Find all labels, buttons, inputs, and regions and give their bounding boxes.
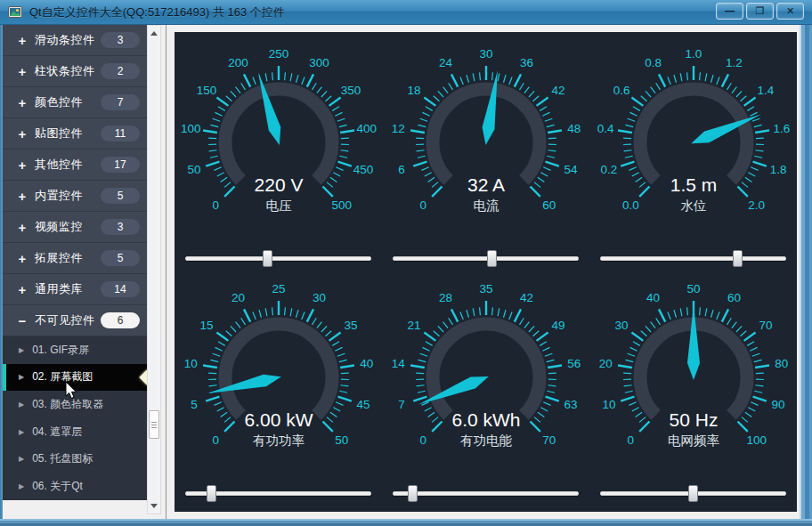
tick-label: 10 bbox=[602, 398, 615, 411]
major-tick bbox=[424, 97, 435, 105]
minor-tick bbox=[480, 307, 481, 315]
minor-tick bbox=[443, 322, 449, 328]
minor-tick bbox=[218, 107, 225, 111]
minor-tick bbox=[687, 72, 688, 80]
major-tick bbox=[216, 97, 228, 105]
sidebar-group-10[interactable]: −不可见控件6 bbox=[3, 305, 147, 336]
minor-tick bbox=[625, 360, 633, 361]
minor-tick bbox=[756, 373, 764, 374]
gauge-slider-6[interactable] bbox=[600, 485, 786, 502]
minor-tick bbox=[751, 167, 758, 171]
sidebar-group-2[interactable]: +柱状条控件2 bbox=[3, 56, 147, 87]
gauge-slider-2[interactable] bbox=[393, 250, 579, 267]
sidebar-subitem-3[interactable]: ▶03. 颜色拾取器 bbox=[3, 391, 147, 418]
sidebar-group-8[interactable]: +拓展控件5 bbox=[3, 243, 147, 274]
minor-tick bbox=[333, 173, 340, 176]
minor-tick bbox=[752, 353, 759, 356]
slider-track[interactable] bbox=[393, 491, 579, 496]
minor-tick bbox=[426, 342, 433, 346]
sidebar-subitem-1[interactable]: ▶01. GIF录屏 bbox=[3, 336, 147, 364]
scroll-down-button[interactable] bbox=[148, 499, 160, 513]
scrollbar-thumb[interactable] bbox=[149, 410, 159, 439]
minor-tick bbox=[337, 118, 345, 121]
sidebar-scrollbar[interactable] bbox=[147, 25, 161, 514]
tick-label: 24 bbox=[439, 56, 453, 69]
minor-tick bbox=[736, 326, 742, 332]
window-border-right bbox=[800, 25, 812, 519]
tick-label: 450 bbox=[353, 163, 374, 176]
gauge-value: 6.00 kW bbox=[244, 409, 313, 430]
gauge-needle bbox=[483, 70, 498, 145]
minor-tick bbox=[428, 412, 434, 417]
minor-tick bbox=[210, 125, 218, 126]
sidebar-group-3[interactable]: +颜色控件7 bbox=[3, 87, 147, 118]
minor-tick bbox=[520, 83, 524, 90]
minor-tick bbox=[425, 173, 432, 176]
minimize-button[interactable]: — bbox=[716, 3, 743, 20]
gauge-slider-3[interactable] bbox=[600, 250, 786, 267]
minor-tick bbox=[750, 112, 757, 116]
slider-handle[interactable] bbox=[688, 485, 698, 502]
titlebar[interactable]: Qt自定义控件大全(QQ:517216493) 共 163 个控件 — ❐ ✕ bbox=[0, 0, 812, 25]
slider-handle[interactable] bbox=[207, 485, 216, 502]
slider-handle[interactable] bbox=[733, 250, 743, 267]
window-title: Qt自定义控件大全(QQ:517216493) 共 163 个控件 bbox=[29, 4, 285, 20]
minor-tick bbox=[547, 391, 555, 392]
slider-track[interactable] bbox=[185, 256, 371, 261]
minor-tick bbox=[210, 360, 218, 361]
minor-tick bbox=[215, 347, 223, 351]
slider-handle[interactable] bbox=[487, 250, 497, 267]
major-tick bbox=[737, 421, 747, 431]
slider-track[interactable] bbox=[600, 256, 786, 261]
gauge-row-2: 051015202530354045506.00 kW有功功率071421283… bbox=[175, 267, 797, 512]
triangle-up-icon bbox=[150, 31, 158, 36]
minor-tick bbox=[732, 322, 737, 328]
minor-tick bbox=[630, 112, 637, 116]
sidebar-subitem-6[interactable]: ▶06. 关于Qt bbox=[3, 473, 147, 500]
minor-tick bbox=[214, 167, 221, 171]
gauge-2: 0612182430364248546032 A电流 bbox=[382, 32, 589, 249]
major-tick bbox=[631, 332, 643, 340]
minor-tick bbox=[741, 96, 747, 101]
sidebar-subitem-2[interactable]: ▶02. 屏幕截图 bbox=[3, 364, 147, 392]
slider-track[interactable] bbox=[393, 256, 579, 261]
minor-tick bbox=[625, 125, 633, 126]
minor-tick bbox=[543, 402, 550, 406]
gauge-needle bbox=[687, 304, 700, 380]
scroll-up-button[interactable] bbox=[148, 27, 160, 40]
minor-tick bbox=[336, 167, 343, 171]
tick-label: 200 bbox=[228, 56, 248, 69]
tick-label: 1.6 bbox=[773, 122, 790, 135]
gauge-slider-5[interactable] bbox=[393, 485, 579, 502]
tick-label: 0 bbox=[628, 433, 635, 447]
sidebar-group-5[interactable]: +其他控件17 bbox=[3, 150, 147, 181]
minor-tick bbox=[543, 167, 550, 171]
minor-tick bbox=[449, 318, 453, 325]
minor-tick bbox=[687, 307, 688, 315]
sidebar-group-6[interactable]: +内置控件5 bbox=[3, 181, 147, 212]
maximize-button[interactable]: ❐ bbox=[746, 3, 774, 20]
minor-tick bbox=[208, 373, 216, 374]
minor-tick bbox=[272, 72, 273, 80]
minor-tick bbox=[498, 73, 499, 81]
sidebar-subitem-5[interactable]: ▶05. 托盘图标 bbox=[3, 445, 147, 473]
minor-tick bbox=[747, 342, 754, 346]
minor-tick bbox=[751, 402, 758, 406]
sidebar-group-9[interactable]: +通用类库14 bbox=[3, 274, 147, 305]
slider-handle[interactable] bbox=[263, 250, 272, 267]
minor-tick bbox=[317, 87, 322, 93]
slider-handle[interactable] bbox=[408, 485, 418, 502]
gauge-cell-4: 051015202530354045506.00 kW有功功率 bbox=[175, 267, 382, 512]
panel-splitter[interactable] bbox=[166, 25, 166, 519]
tick-label: 100 bbox=[181, 122, 201, 135]
gauge-slider-4[interactable] bbox=[185, 485, 371, 502]
gauge-slider-1[interactable] bbox=[185, 250, 371, 267]
minor-tick bbox=[340, 385, 348, 386]
sidebar-group-7[interactable]: +视频监控3 bbox=[3, 212, 147, 243]
minor-tick bbox=[668, 77, 670, 85]
sidebar-subitem-4[interactable]: ▶04. 遮罩层 bbox=[3, 418, 147, 446]
close-button[interactable]: ✕ bbox=[776, 3, 804, 20]
minor-tick bbox=[538, 412, 544, 417]
sidebar-group-1[interactable]: +滑动条控件3 bbox=[3, 25, 147, 56]
sidebar-group-4[interactable]: +贴图控件11 bbox=[3, 118, 147, 150]
